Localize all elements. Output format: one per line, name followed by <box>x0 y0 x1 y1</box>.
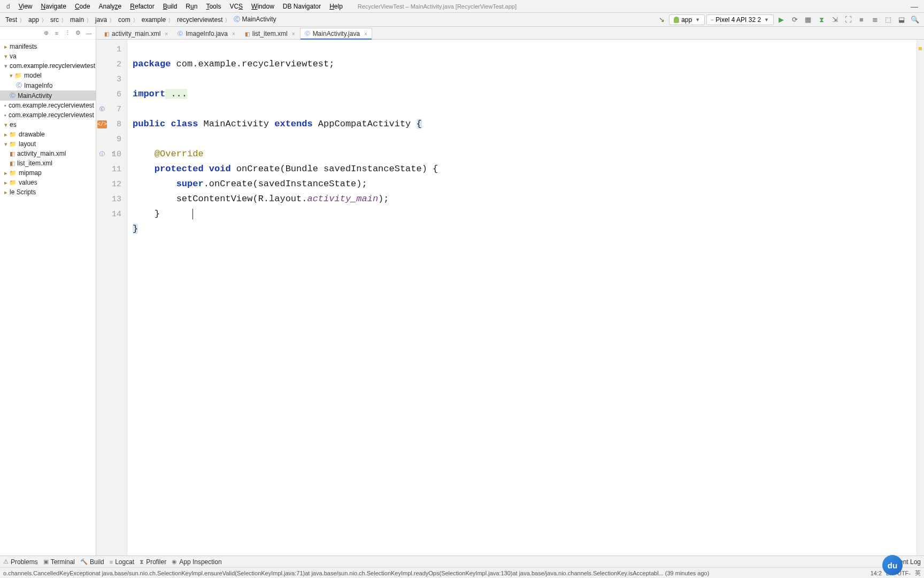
crumb-example[interactable]: example <box>140 15 173 25</box>
tree-item: ▸manifests <box>0 42 96 51</box>
crumb-main[interactable]: main <box>68 15 91 25</box>
profiler-icon[interactable]: ⧗ <box>815 14 827 26</box>
device-label: Pixel 4 API 32 2 <box>715 16 761 24</box>
crumb-com[interactable]: com <box>116 15 137 25</box>
bottom-tab-problems[interactable]: ⚠Problems <box>3 558 38 566</box>
bottom-tab-profiler[interactable]: ⧗Profiler <box>140 558 166 566</box>
tree-item-mainactivity[interactable]: ⒸMainActivity <box>0 90 96 101</box>
run-config-select[interactable]: app ▼ <box>669 14 705 25</box>
tab-mainactivity[interactable]: ⒸMainActivity.java× <box>300 28 372 40</box>
stop-icon[interactable]: ■ <box>856 14 867 26</box>
tab-list-item[interactable]: ◧list_item.xml× <box>240 28 300 39</box>
bottom-tab-logcat[interactable]: ≡Logcat <box>110 558 134 566</box>
menu-window[interactable]: Window <box>247 1 279 12</box>
gutter[interactable]: 1 2 3 6 Ⓒ7 </>8 9 ⓘ↑10 11 12 13 14 <box>96 40 127 556</box>
warning-icon: ⚠ <box>3 558 9 565</box>
crumb-app[interactable]: app <box>26 15 46 25</box>
crumb-pkg[interactable]: recyclerviewtest <box>175 15 229 25</box>
avd-icon[interactable]: ⬚ <box>882 14 894 26</box>
crumb-java[interactable]: java <box>93 15 114 25</box>
class-icon: Ⓒ <box>305 30 310 37</box>
arrow-gutter-icon[interactable]: ↑ <box>108 150 118 158</box>
close-icon[interactable]: × <box>165 31 168 37</box>
close-icon[interactable]: × <box>232 31 235 37</box>
menu-code[interactable]: Code <box>71 1 95 12</box>
device-select[interactable]: ▫ Pixel 4 API 32 2 ▼ <box>706 14 774 25</box>
status-message: o.channels.CancelledKeyExceptionat java.… <box>3 570 866 576</box>
xml-icon: ◧ <box>245 31 250 37</box>
close-icon[interactable]: × <box>364 31 367 37</box>
folder-icon: ▸ <box>4 43 7 50</box>
profiler-icon: ⧗ <box>140 558 144 565</box>
editor-area: ◧activity_main.xml× ⒸImageInfo.java× ◧li… <box>96 27 924 556</box>
sidebar-toolbar: ⊕ ≡ ⋮ ⚙ — <box>0 27 96 40</box>
crumb-class[interactable]: MainActivity <box>232 14 281 25</box>
project-sidebar: ⊕ ≡ ⋮ ⚙ — ▸manifests ▾va ▾com.example.re… <box>0 27 96 556</box>
menu-db[interactable]: DB Navigator <box>279 1 325 12</box>
collapse-icon[interactable]: ≡ <box>52 28 61 38</box>
scrollbar[interactable] <box>917 40 924 556</box>
menu-help[interactable]: Help <box>325 1 347 12</box>
project-tree[interactable]: ▸manifests ▾va ▾com.example.recyclerview… <box>0 40 96 556</box>
build-icon[interactable]: ↘ <box>656 14 667 26</box>
status-position: 14:2 <box>871 570 882 576</box>
run-config-label: app <box>681 16 692 24</box>
bottom-tab-appinspection[interactable]: ◉App Inspection <box>172 558 221 566</box>
coverage-icon[interactable]: ▦ <box>802 14 814 26</box>
search-icon[interactable]: 🔍 <box>909 14 921 26</box>
menu-vcs[interactable]: VCS <box>225 1 247 12</box>
bottom-tab-terminal[interactable]: ▣Terminal <box>43 558 75 566</box>
package-icon: ▾ <box>4 63 7 70</box>
tree-item: ▸le Scripts <box>0 187 96 197</box>
attach-icon[interactable]: ⇲ <box>829 14 841 26</box>
editor-body[interactable]: 1 2 3 6 Ⓒ7 </>8 9 ⓘ↑10 11 12 13 14 packa… <box>96 40 924 556</box>
editor-tabs: ◧activity_main.xml× ⒸImageInfo.java× ◧li… <box>96 27 924 40</box>
tab-imageinfo[interactable]: ⒸImageInfo.java× <box>173 28 240 39</box>
menu-refactor[interactable]: Refactor <box>126 1 158 12</box>
tree-item: ▸ 📁values <box>0 178 96 187</box>
class-gutter-icon[interactable]: Ⓒ <box>97 105 107 113</box>
override-gutter-icon[interactable]: </> <box>97 120 107 128</box>
filter-icon[interactable]: ⋮ <box>63 28 72 38</box>
xml-icon: ◧ <box>10 150 15 157</box>
tree-item: ◧list_item.xml <box>0 158 96 168</box>
heap-icon[interactable]: ⛶ <box>842 14 854 26</box>
folder-icon: ▾ 📁 <box>10 72 22 79</box>
bottom-tab-build[interactable]: 🔨Build <box>80 558 104 566</box>
menu-file[interactable]: d <box>2 1 14 12</box>
menu-analyze[interactable]: Analyze <box>95 1 126 12</box>
tree-item: ▸ 📁mipmap <box>0 168 96 178</box>
tree-item: ▸ 📁drawable <box>0 130 96 139</box>
run-icon[interactable]: ▶ <box>775 14 787 26</box>
tab-activity-main[interactable]: ◧activity_main.xml× <box>99 28 173 39</box>
menu-navigate[interactable]: Navigate <box>37 1 71 12</box>
class-icon: Ⓒ <box>178 30 183 37</box>
debug-icon[interactable]: ⟳ <box>789 14 800 26</box>
crumb-src[interactable]: src <box>48 15 66 25</box>
chevron-down-icon: ▼ <box>764 17 769 22</box>
gear-icon[interactable]: ⚙ <box>73 28 83 38</box>
package-icon: ▪ <box>4 102 6 109</box>
tree-item: ▪com.example.recyclerviewtest(andro <box>0 101 96 110</box>
terminal-icon: ▣ <box>43 558 49 565</box>
hide-icon[interactable]: — <box>84 28 94 38</box>
class-icon: Ⓒ <box>10 92 16 100</box>
menubar: d View Navigate Code Analyze Refactor Bu… <box>0 0 924 13</box>
logcat-icon: ≡ <box>110 559 113 565</box>
floating-badge[interactable]: du <box>882 555 903 575</box>
sync-icon[interactable]: ≣ <box>869 14 881 26</box>
crumb-test[interactable]: Test <box>3 15 24 25</box>
code-content[interactable]: package com.example.recyclerviewtest; im… <box>127 40 917 556</box>
menu-run[interactable]: Run <box>181 1 202 12</box>
folder-icon: ▾ <box>4 53 7 60</box>
menu-build[interactable]: Build <box>159 1 182 12</box>
menu-tools[interactable]: Tools <box>202 1 225 12</box>
close-icon[interactable]: × <box>292 31 295 37</box>
menu-view[interactable]: View <box>14 1 37 12</box>
method-gutter-icon[interactable]: ⓘ <box>97 150 107 158</box>
add-icon[interactable]: ⊕ <box>41 28 51 38</box>
minimize-button[interactable]: — <box>907 2 922 11</box>
sdk-icon[interactable]: ⬓ <box>896 14 907 26</box>
tree-item: ◧activity_main.xml <box>0 149 96 158</box>
folder-icon: ▸ 📁 <box>4 179 17 186</box>
